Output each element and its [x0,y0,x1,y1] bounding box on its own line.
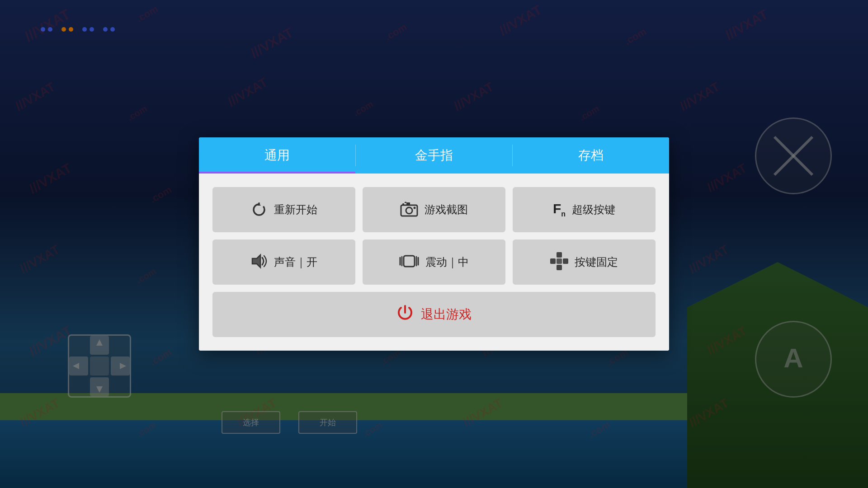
svg-point-17 [414,206,416,209]
svg-rect-27 [557,252,562,258]
restart-button[interactable]: 重新开始 [212,187,355,232]
tab-general-label: 通用 [264,147,290,164]
tab-cheat-label: 金手指 [415,147,453,164]
exit-button[interactable]: 退出游戏 [212,292,656,337]
fn-icon: Fn [553,202,566,218]
svg-marker-21 [252,255,260,267]
sound-label: 声音｜开 [274,255,317,269]
svg-point-15 [406,207,412,214]
vibrate-icon [399,253,419,272]
tab-general[interactable]: 通用 [199,137,355,174]
power-icon [396,304,414,325]
svg-rect-28 [557,265,562,270]
modal-content: 重新开始 [199,174,669,351]
tab-cheat[interactable]: 金手指 [356,137,512,174]
action-button-grid: 重新开始 [212,187,656,285]
svg-rect-29 [550,258,556,264]
exit-label: 退出游戏 [421,306,472,323]
svg-rect-31 [557,258,562,264]
superkey-label: 超级按键 [572,202,615,217]
svg-rect-22 [404,256,415,267]
restart-label: 重新开始 [274,202,317,217]
svg-rect-16 [406,202,410,205]
restart-icon [250,200,268,220]
tab-save[interactable]: 存档 [513,137,669,174]
settings-modal: 通用 金手指 存档 [199,137,669,351]
dpad-icon [550,252,568,272]
modal-overlay: 通用 金手指 存档 [0,0,868,488]
sound-icon [250,253,268,272]
camera-icon [400,201,418,219]
tab-save-label: 存档 [578,147,604,164]
screenshot-label: 游戏截图 [425,202,468,217]
keyfix-label: 按键固定 [575,255,618,269]
vibration-button[interactable]: 震动｜中 [363,239,505,285]
svg-point-12 [254,204,264,215]
vibration-label: 震动｜中 [425,255,469,269]
sound-button[interactable]: 声音｜开 [212,239,355,285]
tab-bar: 通用 金手指 存档 [199,137,669,174]
superkey-button[interactable]: Fn 超级按键 [513,187,656,232]
svg-rect-30 [563,258,568,264]
screenshot-button[interactable]: 游戏截图 [363,187,505,232]
keyfix-button[interactable]: 按键固定 [513,239,656,285]
svg-point-13 [258,202,260,204]
